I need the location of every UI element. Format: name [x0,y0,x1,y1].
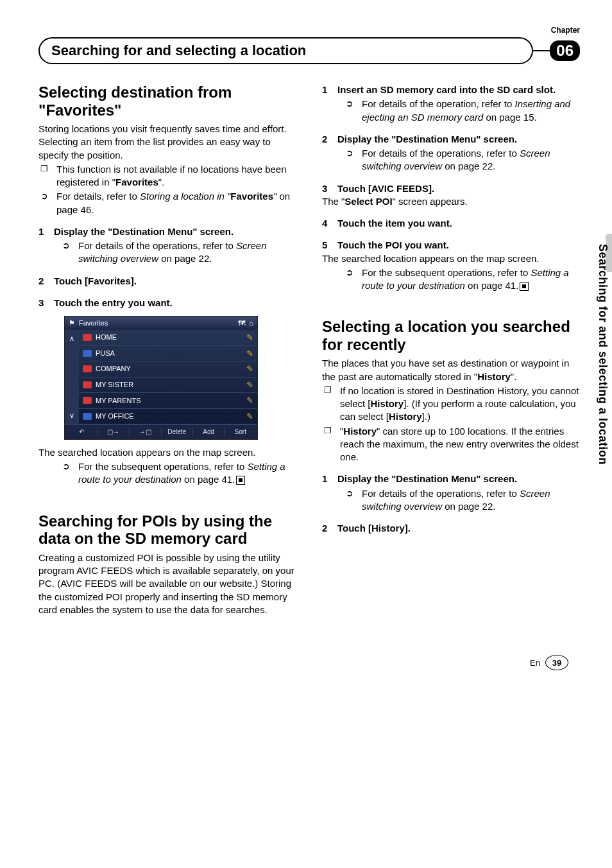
body-text: The searched location appears on the map… [322,252,580,265]
favorites-title: Favorites [79,318,108,328]
fav-label: MY OFFICE [96,412,134,421]
favorites-scroll[interactable]: ∧ ∨ [65,330,79,424]
ref-text: For details of the operation, refer to I… [362,98,580,124]
step-2-history: 2Touch [History]. [322,522,580,535]
edit-icon[interactable]: ✎ [246,332,253,343]
step-1: 1Insert an SD memory card into the SD ca… [322,83,580,96]
fav-label: MY PARENTS [96,396,141,406]
ref-text: For the subsequent operations, refer to … [362,266,580,293]
body-text: Storing locations you visit frequently s… [38,123,296,135]
fav-type-icon [83,334,92,341]
ref-text: For details of the operations, refer to … [78,239,296,266]
scroll-up-icon[interactable]: ∧ [69,334,74,343]
list-item[interactable]: HOME✎ [79,330,257,346]
edit-icon[interactable]: ✎ [246,395,253,406]
scroll-down-icon[interactable]: ∨ [69,411,74,421]
list-item[interactable]: MY SISTER✎ [79,378,257,394]
body-text: The places that you have set as destinat… [322,357,580,383]
note-text: "History" can store up to 100 locations.… [340,425,580,464]
import-button[interactable]: →▢ [129,428,161,437]
step-2: 2Touch [Favorites]. [38,275,296,288]
section-heading-poi-sd: Searching for POIs by using the data on … [38,512,296,548]
export-button[interactable]: ▢→ [98,428,130,437]
section-end-icon [236,476,245,485]
list-item[interactable]: MY PARENTS✎ [79,393,257,409]
page-footer: En 39 [38,655,580,670]
map-icon: 🗺 [238,318,245,328]
ref-text: For details of the operations, refer to … [362,487,580,514]
caption-text: The searched location appears on the map… [38,446,296,459]
right-column: 1Insert an SD memory card into the SD ca… [322,83,580,616]
favorites-list: HOME✎ PUSA✎ COMPANY✎ MY SISTER✎ MY PAREN… [79,330,257,424]
step-5: 5Touch the POI you want. [322,239,580,252]
note-bullet-icon: ❐ [322,425,334,437]
favorites-screenshot: ⚑ Favorites 🗺 ⌂ ∧ ∨ HOME✎ PUSA✎ COMPANY✎… [64,316,258,440]
add-button[interactable]: Add [192,428,225,437]
lang-label: En [530,658,540,668]
edit-icon[interactable]: ✎ [246,379,253,391]
chapter-header: Searching for and selecting a location 0… [38,37,580,64]
favorites-header: ⚑ Favorites 🗺 ⌂ [65,317,257,330]
list-item[interactable]: PUSA✎ [79,346,257,362]
section-end-icon [520,282,529,291]
ref-text: For details, refer to Storing a location… [56,190,296,216]
fav-type-icon [83,381,92,388]
body-text: The "Select POI" screen appears. [322,195,580,208]
step-1: 1Display the "Destination Menu" screen. [38,225,296,238]
ref-text: For the subsequent operations, refer to … [78,460,296,487]
step-3: 3Touch [AVIC FEEDS]. [322,182,580,195]
list-item[interactable]: COMPANY✎ [79,361,257,378]
fav-type-icon [83,397,92,404]
fav-label: HOME [96,333,117,342]
page-title: Searching for and selecting a location [38,37,533,64]
edit-icon[interactable]: ✎ [246,363,253,375]
fav-type-icon [83,350,92,357]
ref-arrow-icon: ➲ [38,190,50,203]
header-rule [533,50,550,51]
ref-arrow-icon: ➲ [60,239,72,252]
step-1-history: 1Display the "Destination Menu" screen. [322,473,580,485]
list-item[interactable]: MY OFFICE✎ [79,409,257,425]
back-button[interactable]: ↶ [66,428,98,437]
ref-arrow-icon: ➲ [344,266,355,279]
chapter-label: Chapter [38,26,580,35]
ref-text: For details of the operations, refer to … [362,147,580,173]
favorites-flag-icon: ⚑ [69,318,75,328]
side-tab-title: Searching for and selecting a location [596,244,609,465]
fav-label: PUSA [96,349,115,358]
home-indicator-icon: ⌂ [249,318,253,328]
ref-arrow-icon: ➲ [344,147,355,160]
chapter-number-badge: 06 [550,40,580,61]
edit-icon[interactable]: ✎ [246,348,253,360]
fav-type-icon [83,413,92,420]
note-bullet-icon: ❐ [38,163,50,175]
section-heading-favorites: Selecting destination from "Favorites" [38,83,296,119]
favorites-footer: ↶ ▢→ →▢ Delete Add Sort [65,424,257,439]
page-number: 39 [545,655,568,670]
sort-button[interactable]: Sort [225,428,257,437]
note-text: If no location is stored in Destination … [340,385,580,424]
left-column: Selecting destination from "Favorites" S… [38,83,296,616]
body-text: Creating a customized POI is possible by… [38,551,296,616]
step-4: 4Touch the item you want. [322,217,580,230]
step-2: 2Display the "Destination Menu" screen. [322,133,580,146]
ref-arrow-icon: ➲ [344,98,355,110]
body-text: Selecting an item from the list provides… [38,135,296,162]
ref-arrow-icon: ➲ [344,487,355,500]
step-3: 3Touch the entry you want. [38,297,296,309]
note-text: This function is not available if no loc… [56,163,296,189]
fav-label: MY SISTER [96,380,133,390]
fav-label: COMPANY [96,364,131,374]
edit-icon[interactable]: ✎ [246,411,253,422]
fav-type-icon [83,365,92,372]
ref-arrow-icon: ➲ [60,460,72,473]
section-heading-history: Selecting a location you searched for re… [322,318,580,353]
note-bullet-icon: ❐ [322,385,334,396]
delete-button[interactable]: Delete [161,428,193,437]
